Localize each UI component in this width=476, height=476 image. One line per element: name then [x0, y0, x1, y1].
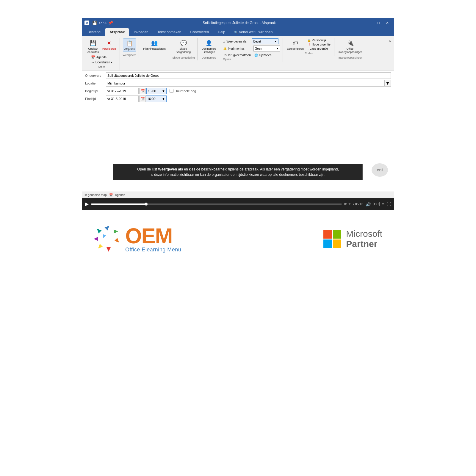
codes-small-buttons: 🔒 Persoonlijk ❗ Hoge urgentie ↓ Lage urg… [306, 38, 332, 51]
doorsturen-icon: → [91, 60, 95, 65]
ribbon-row: 💾 Opslaanen sluiten ✕ Verwijderen 📅 [82, 37, 394, 70]
fullscreen-icon[interactable]: ⛶ [387, 202, 391, 206]
save-icon[interactable]: 💾 [92, 21, 97, 25]
cc-icon[interactable]: CC [373, 202, 380, 206]
hoog-urgentie-button[interactable]: ❗ Hoge urgentie [306, 43, 332, 46]
tab-bestand[interactable]: Bestand [83, 28, 105, 36]
quick-save: 💾 ↩ ↪ 📌 [92, 21, 113, 25]
persoonlijk-icon: 🔒 [307, 39, 311, 42]
pin-icon[interactable]: 📌 [108, 21, 113, 25]
tab-bar: Bestand Afspraak Invoegen Tekst opmaken … [82, 28, 394, 36]
persoonlijk-label: Persoonlijk [312, 39, 326, 42]
onderwerp-input[interactable] [106, 72, 391, 79]
oem-letters: OEM [125, 225, 181, 247]
oem-subtitle: Office Elearning Menu [125, 247, 181, 253]
progress-handle [145, 203, 148, 206]
progress-bar[interactable] [91, 203, 342, 205]
laag-icon: ↓ [307, 47, 309, 50]
weergeven-als-label: Weergeven als: [227, 40, 250, 43]
eindtijd-row: Eindtijd vr 31-5-2019 📅 16:00 ▼ [85, 95, 391, 102]
begintijd-date: vr 31-5-2019 [106, 88, 139, 94]
agenda-small-label: Agenda [96, 56, 107, 59]
begintijd-cal-button[interactable]: 📅 [139, 88, 146, 94]
deelnemers-icon: 👤 [205, 39, 213, 47]
ribbon-group-skype: 💬 Skype-vergadering Skype-vergadering [170, 38, 198, 60]
weergeven-als-dropdown[interactable]: Bezet ▼ [252, 38, 278, 44]
tab-vertel[interactable]: 🔍 Vertel wat u wilt doen [230, 28, 277, 36]
eindtijd-label: Eindtijd [85, 97, 106, 101]
tijdzones-button[interactable]: 🌐 Tijdzones [253, 53, 273, 57]
afspraak-button[interactable]: 📋 Afspraak [123, 38, 137, 52]
eindtijd-cal-button[interactable]: 📅 [139, 95, 146, 102]
caption-text1: Open de lijst [137, 167, 158, 171]
settings-icon[interactable]: ≡ [382, 202, 384, 206]
doorsturen-button[interactable]: → Doorsturen ▾ [90, 60, 114, 65]
outlook-icon: O [84, 21, 89, 25]
time-current: 01:15 [344, 202, 353, 206]
volume-icon[interactable]: 🔊 [366, 202, 371, 206]
ribbon-collapse-button[interactable]: ∧ [388, 38, 392, 43]
skype-button[interactable]: 💬 Skype-vergadering [175, 38, 192, 54]
body-area[interactable]: Open de lijst Weergeven als en kies de b… [82, 105, 394, 192]
ms-partner-label: Partner [346, 239, 382, 249]
office-invoegtoepassingen-button[interactable]: 🔌 Office-invoegtoepassingen [337, 38, 364, 54]
herinnering-dropdown[interactable]: Geen ▼ [253, 46, 280, 51]
video-time: 01:15 / 05:13 [344, 202, 363, 206]
tab-afspraak[interactable]: Afspraak [105, 28, 129, 36]
duurt-hele-dag-checkbox[interactable] [170, 89, 173, 93]
minimize-button[interactable]: ─ [365, 20, 374, 26]
codes-label: Codes [305, 52, 313, 55]
terugkeer-icon: ↻ [224, 54, 227, 57]
planning-icon: 👥 [150, 39, 159, 47]
ms-text: Microsoft Partner [346, 229, 382, 249]
eindtijd-time-select[interactable]: 16:00 ▼ [146, 95, 167, 102]
tijdzones-label: Tijdzones [259, 54, 271, 57]
svg-marker-6 [95, 227, 102, 234]
verwijderen-button[interactable]: ✕ Verwijderen [101, 38, 117, 51]
laag-urgentie-button[interactable]: ↓ Lage urgentie [306, 47, 332, 51]
opslaan-icon: 💾 [89, 39, 97, 47]
status-calendar-icon: 📅 [109, 193, 113, 197]
locatie-label: Locatie [85, 82, 106, 85]
caption-bold: Weergeven als [158, 167, 183, 171]
status-bar: In gedeelde map 📅 Agenda [82, 192, 394, 198]
planning-button[interactable]: 👥 Planningsassistent [142, 38, 167, 51]
agenda-small-icon: 📅 [91, 55, 95, 60]
categoriseren-button[interactable]: 🏷 Categoriseren [286, 38, 305, 51]
locatie-input[interactable] [106, 80, 384, 87]
begintijd-time-select[interactable]: 15:00 ▼ [146, 88, 167, 94]
time-total: 05:13 [355, 202, 363, 206]
office-label: Office-invoegtoepassingen [339, 47, 362, 54]
categoriseren-label: Categoriseren [287, 47, 304, 51]
agenda-small-button[interactable]: 📅 Agenda [90, 55, 114, 60]
restore-button[interactable]: □ [374, 20, 383, 26]
opslaan-button[interactable]: 💾 Opslaanen sluiten [86, 38, 100, 54]
tab-invoegen[interactable]: Invoegen [129, 28, 152, 36]
duurt-hele-dag-label[interactable]: Duurt hele dag [170, 89, 196, 93]
watermark: eni [372, 163, 388, 177]
deelnemers-button[interactable]: 👤 Deelnemersuitnodigen [201, 38, 217, 54]
close-button[interactable]: ✕ [383, 20, 392, 26]
status-agenda-label: Agenda [115, 193, 125, 197]
invoegtoepassingen-label: Invoegtoepassingen [339, 56, 363, 59]
terugkeerpatroon-button[interactable]: ↻ Terugkeerpatroon [223, 53, 252, 57]
locatie-dropdown-button[interactable]: ▼ [384, 80, 391, 87]
acties-buttons: 💾 Opslaanen sluiten ✕ Verwijderen [86, 38, 117, 54]
persoonlijk-button[interactable]: 🔒 Persoonlijk [306, 38, 332, 42]
ribbon-group-invoegtoepassingen: 🔌 Office-invoegtoepassingen Invoegtoepas… [335, 38, 366, 60]
undo-icon[interactable]: ↩ [98, 21, 102, 25]
redo-icon[interactable]: ↪ [103, 21, 107, 25]
tab-help[interactable]: Help [214, 28, 229, 36]
ribbon-group-planning: 👥 Planningsassistent [140, 38, 169, 54]
oem-text-block: OEM Office Elearning Menu [125, 225, 181, 253]
svg-marker-1 [114, 229, 118, 234]
weergeven-als-value: Bezet [253, 40, 261, 43]
play-button[interactable]: ▶ [85, 201, 89, 207]
logos-section: OEM Office Elearning Menu Microsoft Part… [82, 210, 394, 253]
tab-controleren[interactable]: Controleren [186, 28, 213, 36]
tab-tekst[interactable]: Tekst opmaken [153, 28, 186, 36]
progress-fill [91, 203, 146, 205]
ribbon-group-acties: 💾 Opslaanen sluiten ✕ Verwijderen 📅 [84, 38, 120, 70]
ribbon: 💾 Opslaanen sluiten ✕ Verwijderen 📅 [82, 36, 394, 71]
page-wrapper: O 💾 ↩ ↪ 📌 Sollicitatiegesprek Juliette d… [0, 0, 476, 476]
